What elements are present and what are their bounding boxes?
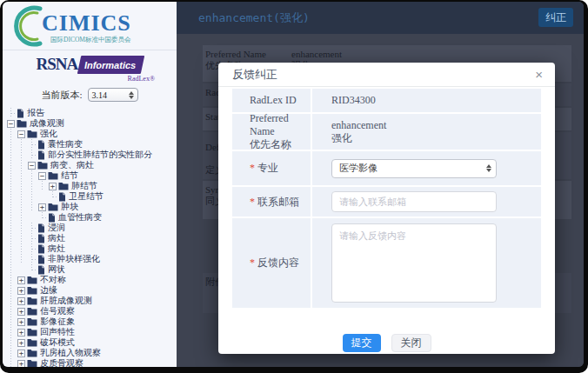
file-icon [48, 213, 56, 223]
specialty-select[interactable]: 医学影像 [331, 159, 497, 178]
sidebar: CIMICS 国际DICOM标准中国委员会 RSNA Informatics R… [3, 2, 177, 367]
tree-item: 浸润 [6, 223, 177, 233]
tree-guide-line [17, 223, 27, 233]
expand-icon[interactable]: + [17, 329, 25, 336]
tree-guide-line [27, 191, 37, 202]
collapse-icon[interactable]: − [38, 172, 46, 180]
tree-guide-line [6, 306, 17, 316]
tree-guide-line [6, 243, 17, 254]
window-frame: CIMICS 国际DICOM标准中国委员会 RSNA Informatics R… [0, 0, 588, 373]
tree-item: +肝脏成像观测 [6, 296, 177, 306]
info-row-radlex-id: RadLex ID RID34300 [232, 89, 541, 112]
tree-elbow-line [27, 243, 37, 254]
expand-icon[interactable]: + [17, 287, 25, 295]
tree-guide-line [6, 264, 17, 275]
rsna-word: RSNA [36, 55, 77, 74]
folder-icon [58, 182, 69, 190]
tree-guide-line [17, 254, 27, 264]
expand-icon[interactable]: + [17, 276, 25, 284]
folder-open-icon [17, 119, 27, 128]
tree-guide-line [17, 139, 27, 150]
expand-icon[interactable]: + [17, 297, 25, 305]
collapse-icon[interactable]: − [17, 130, 25, 138]
tree-guide-line [6, 296, 17, 306]
tree-item: −病变、病灶 [6, 160, 177, 170]
tree-item-label[interactable]: 皮质骨观察 [40, 357, 84, 367]
tree-guide-line [6, 275, 17, 285]
folder-open-icon [37, 161, 48, 170]
tree-guide-line [17, 181, 27, 191]
email-field[interactable] [331, 191, 497, 212]
preferred-name-value: enhancement 强化 [312, 114, 541, 150]
cimics-logo-graphic: CIMICS 国际DICOM标准中国委员会 [12, 3, 167, 49]
tree-guide-line [17, 160, 27, 170]
tree-item: +影像征象 [6, 316, 177, 327]
modal-title: 反馈纠正 [232, 67, 277, 83]
feedback-content-field[interactable] [331, 223, 497, 303]
tree-elbow-line [27, 139, 37, 150]
form-row-feedback: *反馈内容 [232, 218, 541, 308]
tree-guide-line [6, 316, 17, 327]
tree-item: 血管性病变 [6, 212, 177, 223]
email-label: *联系邮箱 [232, 187, 311, 216]
modal-body: RadLex ID RID34300 Preferred Name 优先名称 e… [232, 89, 541, 310]
specialty-label: *专业 [232, 151, 311, 185]
expand-icon[interactable]: + [17, 360, 25, 368]
tree-guide-line [6, 285, 17, 296]
tree-guide-line [6, 212, 17, 223]
tree-guide-line [27, 202, 37, 212]
expand-icon[interactable]: + [49, 183, 57, 190]
tree-guide-line [6, 191, 17, 202]
form-row-specialty: *专业 医学影像 [232, 151, 541, 185]
close-button[interactable]: 关闭 [391, 334, 431, 352]
tree-elbow-line [27, 233, 37, 243]
expand-icon[interactable]: + [38, 203, 46, 211]
expand-icon[interactable]: + [17, 339, 25, 347]
info-row-preferred-name: Preferred Name 优先名称 enhancement 强化 [232, 114, 541, 150]
collapse-icon[interactable]: − [7, 120, 15, 128]
file-icon [17, 109, 24, 118]
radlex-label: RadLex® [24, 75, 155, 83]
cimics-subtitle: 国际DICOM标准中国委员会 [50, 36, 131, 43]
tree-guide-line [17, 191, 27, 202]
rsna-logo: RSNA Informatics RadLex® [3, 50, 177, 84]
file-icon [37, 140, 45, 150]
tree-guide-line [37, 181, 48, 191]
tree-guide-line [37, 191, 48, 202]
tree-guide-line [17, 202, 27, 212]
preferred-name-label: Preferred Name 优先名称 [232, 114, 311, 150]
tree-guide-line [6, 129, 17, 139]
version-select[interactable]: 3.14 [88, 88, 138, 102]
file-icon [37, 234, 45, 243]
folder-icon [27, 307, 37, 316]
tree-guide-line [6, 160, 17, 170]
tree-item: 病灶 [6, 233, 177, 243]
modal-header: 反馈纠正 × [218, 63, 555, 87]
collapse-icon[interactable]: − [28, 162, 36, 170]
version-label: 当前版本: [41, 89, 82, 102]
expand-icon[interactable]: + [17, 350, 25, 357]
tree-guide-line [17, 150, 27, 160]
tree-guide-line [6, 202, 17, 212]
close-icon[interactable]: × [535, 68, 543, 81]
tree-item: +回声特性 [6, 327, 177, 337]
tree-elbow-line [37, 212, 48, 223]
expand-icon[interactable]: + [17, 318, 25, 326]
tree-item: +皮质骨观察 [6, 358, 177, 367]
main-content-dimmed: enhancement(强化) 纠正 Preferred Name优先名称enh… [177, 2, 584, 367]
tree-guide-line [6, 170, 17, 181]
select-spinner-icon [486, 164, 491, 172]
cimics-title: CIMICS [42, 10, 131, 36]
tree-guide-line [6, 327, 17, 337]
tree-guide-line [6, 358, 17, 367]
folder-icon [27, 338, 37, 347]
submit-button[interactable]: 提交 [343, 334, 381, 352]
folder-icon [48, 203, 58, 211]
expand-icon[interactable]: + [17, 308, 25, 316]
tree-guide-line [6, 254, 17, 264]
file-icon [37, 223, 45, 233]
tree-guide-line [17, 233, 27, 243]
tree-elbow-line [27, 264, 37, 275]
tree-guide-line [27, 170, 37, 181]
folder-icon [27, 349, 37, 357]
